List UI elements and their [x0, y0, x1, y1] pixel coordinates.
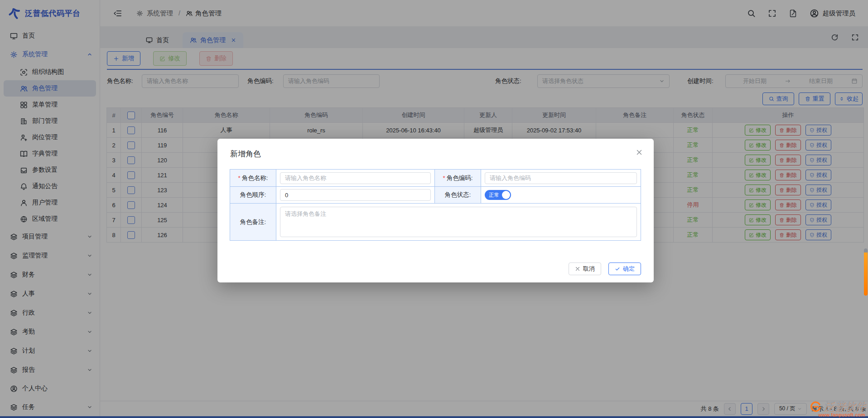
role-order-label: 角色顺序:: [240, 191, 266, 199]
app-window: 泛普低代码平台 首页系统管理组织结构图角色管理菜单管理部门管理岗位管理字典管理参…: [0, 0, 868, 418]
dialog-title: 新增角色: [230, 149, 261, 159]
dialog-footer: 取消 确定: [569, 262, 641, 275]
watermark-logo-icon: [810, 401, 822, 413]
watermark: 泛普软件 www.fanpusoft.com: [810, 399, 865, 418]
role-status-toggle[interactable]: 正常: [485, 190, 511, 200]
add-role-dialog: 新增角色 角色名称: 请输入角色名称 角色编码: 请输入角色编码 角色顺序: 0…: [217, 139, 654, 282]
close-icon[interactable]: [636, 149, 643, 156]
cancel-button[interactable]: 取消: [569, 262, 601, 275]
toggle-knob: [502, 191, 510, 199]
close-icon: [575, 266, 580, 272]
check-icon: [615, 266, 620, 272]
role-remark-textarea[interactable]: 请选择角色备注: [280, 207, 637, 237]
watermark-url: www.fanpusoft.com: [818, 412, 865, 418]
role-order-input[interactable]: 0: [280, 189, 431, 201]
add-role-form: 角色名称: 请输入角色名称 角色编码: 请输入角色编码 角色顺序: 0 角色状态…: [230, 169, 641, 241]
role-code-label: 角色编码:: [443, 174, 473, 182]
scrollbar-thumb[interactable]: [864, 248, 868, 296]
role-name-input[interactable]: 请输入角色名称: [280, 172, 431, 184]
role-remark-label: 角色备注:: [240, 218, 266, 226]
role-code-input[interactable]: 请输入角色编码: [485, 172, 637, 184]
watermark-name: 泛普软件: [824, 399, 865, 413]
role-status-label: 角色状态:: [445, 191, 471, 199]
role-name-label: 角色名称:: [238, 174, 268, 182]
confirm-button[interactable]: 确定: [608, 262, 641, 275]
